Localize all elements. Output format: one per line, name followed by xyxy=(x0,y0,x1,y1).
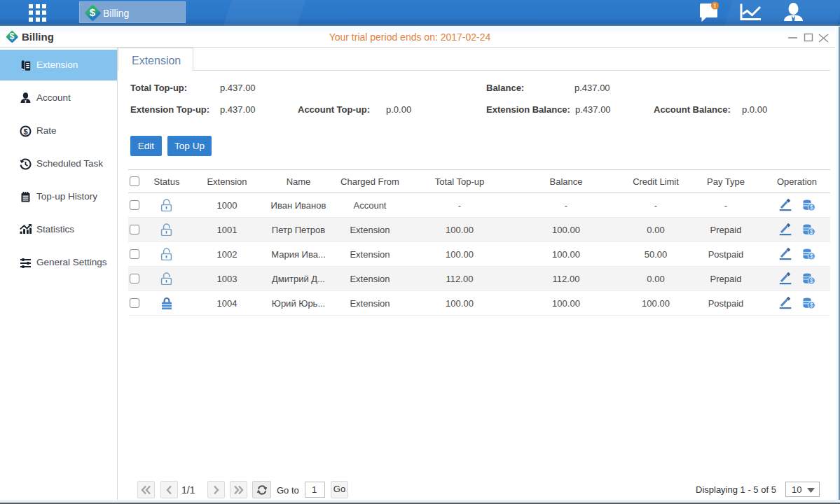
svg-text:$: $ xyxy=(810,253,813,260)
svg-text:$: $ xyxy=(23,127,27,136)
svg-text:!: ! xyxy=(714,2,716,9)
svg-text:$: $ xyxy=(810,228,813,235)
svg-text:$: $ xyxy=(810,204,813,211)
svg-text:$: $ xyxy=(810,302,813,309)
svg-text:$: $ xyxy=(810,277,813,284)
